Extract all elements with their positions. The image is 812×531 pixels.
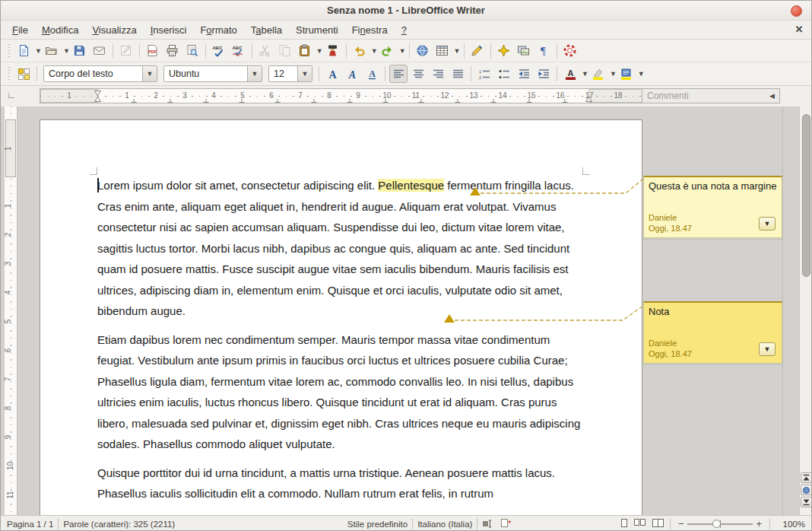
comment-text[interactable]: Nota bbox=[649, 306, 777, 318]
window-close-button[interactable] bbox=[791, 5, 802, 17]
book-view-icon[interactable] bbox=[652, 518, 665, 529]
font-color-icon[interactable]: A bbox=[561, 65, 579, 83]
justify-icon[interactable] bbox=[449, 65, 467, 83]
align-left-icon[interactable] bbox=[389, 65, 408, 83]
chevron-down-icon[interactable]: ▼ bbox=[142, 66, 157, 81]
highlight-color-icon[interactable] bbox=[589, 65, 607, 83]
unordered-list-icon[interactable] bbox=[495, 65, 513, 83]
previous-page-button[interactable] bbox=[801, 472, 812, 483]
dropdown-arrow-icon[interactable]: ▼ bbox=[638, 70, 645, 78]
dropdown-arrow-icon[interactable]: ▼ bbox=[399, 47, 406, 55]
email-icon[interactable] bbox=[90, 42, 109, 60]
align-right-icon[interactable] bbox=[429, 65, 447, 83]
navigator-icon[interactable] bbox=[495, 42, 513, 60]
dropdown-arrow-icon[interactable]: ▼ bbox=[63, 47, 70, 55]
ruler-number: 2 bbox=[154, 91, 158, 100]
close-document-icon[interactable]: ✕ bbox=[793, 24, 805, 36]
word-count[interactable]: Parole (caratteri): 325 (2211) bbox=[63, 520, 175, 529]
comment-menu-button[interactable]: ▼ bbox=[759, 217, 776, 231]
align-center-icon[interactable] bbox=[409, 65, 427, 83]
gallery-icon[interactable] bbox=[515, 42, 533, 60]
scrollbar-thumb[interactable] bbox=[802, 114, 810, 277]
margin-comment[interactable]: Questa è una nota a margine Daniele Oggi… bbox=[643, 176, 782, 238]
new-document-icon[interactable] bbox=[14, 42, 33, 60]
vertical-scrollbar[interactable] bbox=[799, 107, 812, 515]
table-icon[interactable] bbox=[433, 42, 452, 60]
toolbar-drag-handle[interactable] bbox=[6, 67, 11, 81]
italic-icon[interactable]: A bbox=[343, 65, 361, 83]
comment-menu-button[interactable]: ▼ bbox=[759, 342, 776, 356]
comment-anchor-highlight[interactable]: Pellentesque bbox=[378, 179, 444, 192]
chevron-down-icon[interactable]: ▼ bbox=[247, 66, 262, 81]
comments-toggle-button[interactable]: Commenti ◀ bbox=[642, 88, 780, 103]
menu-tabella[interactable]: Tabella bbox=[244, 22, 289, 38]
dropdown-arrow-icon[interactable]: ▼ bbox=[610, 70, 617, 78]
redo-icon[interactable] bbox=[379, 42, 397, 60]
zoom-slider-handle[interactable] bbox=[712, 520, 721, 528]
paragraph-style-combo[interactable]: Corpo del testo▼ bbox=[43, 65, 157, 82]
zoom-in-icon[interactable]: + bbox=[753, 518, 765, 529]
decrease-indent-icon[interactable] bbox=[515, 65, 533, 83]
zoom-level[interactable]: 100% bbox=[775, 520, 805, 529]
print-icon[interactable] bbox=[163, 42, 182, 60]
font-size-combo[interactable]: 12▼ bbox=[268, 65, 312, 82]
dropdown-arrow-icon[interactable]: ▼ bbox=[454, 47, 461, 55]
paragraph-background-icon[interactable] bbox=[617, 65, 636, 83]
title-bar[interactable]: Senza nome 1 - LibreOffice Writer bbox=[1, 1, 811, 21]
zoom-slider[interactable]: − + bbox=[675, 518, 765, 529]
open-icon[interactable] bbox=[43, 42, 61, 60]
menu-file[interactable]: File bbox=[5, 22, 35, 38]
page-count[interactable]: Pagina 1 / 1 bbox=[7, 520, 53, 529]
page-style[interactable]: Stile predefinito bbox=[347, 520, 408, 529]
hyperlink-icon[interactable] bbox=[414, 42, 432, 60]
dropdown-arrow-icon[interactable]: ▼ bbox=[582, 70, 588, 78]
spellcheck-icon[interactable]: ABC bbox=[210, 42, 228, 60]
undo-icon[interactable] bbox=[350, 42, 369, 60]
clone-formatting-icon[interactable] bbox=[324, 42, 342, 60]
single-page-view-icon[interactable] bbox=[620, 518, 629, 529]
ordered-list-icon[interactable]: 12 bbox=[475, 65, 493, 83]
menu-help[interactable]: ? bbox=[395, 22, 414, 38]
help-icon[interactable] bbox=[561, 42, 579, 60]
menu-strumenti[interactable]: Strumenti bbox=[289, 22, 345, 38]
comment-text[interactable]: Questa è una nota a margine bbox=[649, 180, 777, 192]
bold-icon[interactable]: A bbox=[323, 65, 341, 83]
insert-mode-icon[interactable] bbox=[482, 519, 493, 529]
dropdown-arrow-icon[interactable]: ▼ bbox=[371, 47, 378, 55]
print-preview-icon[interactable] bbox=[183, 42, 201, 60]
increase-indent-icon[interactable] bbox=[534, 65, 553, 83]
dropdown-arrow-icon[interactable]: ▼ bbox=[316, 47, 323, 55]
dropdown-arrow-icon[interactable]: ▼ bbox=[35, 47, 42, 55]
save-icon[interactable] bbox=[71, 42, 89, 60]
toolbar-drag-handle[interactable] bbox=[6, 44, 11, 58]
font-name-combo[interactable]: Ubuntu▼ bbox=[163, 65, 262, 82]
next-page-button[interactable] bbox=[801, 497, 812, 507]
left-indent-marker[interactable] bbox=[94, 91, 101, 105]
formatting-marks-icon[interactable]: ¶ bbox=[534, 42, 553, 60]
margin-comment[interactable]: Nota Daniele Oggi, 18.47 ▼ bbox=[643, 301, 782, 364]
multi-page-view-icon[interactable] bbox=[633, 518, 647, 529]
menu-finestra[interactable]: Finestra bbox=[345, 22, 395, 38]
horizontal-ruler[interactable]: 1123456789101112131415161718 bbox=[40, 88, 642, 103]
paste-icon[interactable] bbox=[296, 42, 314, 60]
document-modified-icon[interactable]: * bbox=[500, 518, 512, 529]
draw-functions-icon[interactable] bbox=[468, 42, 487, 60]
zoom-out-icon[interactable]: − bbox=[675, 518, 687, 529]
navigation-button[interactable] bbox=[801, 485, 812, 495]
styles-panel-icon[interactable] bbox=[14, 65, 33, 83]
auto-spellcheck-icon[interactable]: ABC bbox=[230, 42, 248, 60]
text-language[interactable]: Italiano (Italia) bbox=[417, 520, 472, 529]
page[interactable]: Lorem ipsum dolor sit amet, consectetur … bbox=[40, 119, 642, 515]
ruler-number: 8 bbox=[4, 406, 12, 411]
zoom-slider-track[interactable] bbox=[687, 523, 753, 525]
menu-inserisci[interactable]: Inserisci bbox=[144, 22, 194, 38]
document-text[interactable]: Lorem ipsum dolor sit amet, consectetur … bbox=[97, 175, 588, 512]
tab-stop-selector-icon[interactable]: ∟ bbox=[7, 91, 17, 101]
vertical-ruler[interactable]: 11234567891011 bbox=[5, 107, 17, 515]
underline-icon[interactable]: A bbox=[363, 65, 381, 83]
export-pdf-icon[interactable]: PDF bbox=[144, 42, 162, 60]
chevron-down-icon[interactable]: ▼ bbox=[297, 66, 312, 81]
menu-modifica[interactable]: Modifica bbox=[35, 22, 85, 38]
menu-formato[interactable]: Formato bbox=[193, 22, 243, 38]
menu-visualizza[interactable]: Visualizza bbox=[85, 22, 143, 38]
